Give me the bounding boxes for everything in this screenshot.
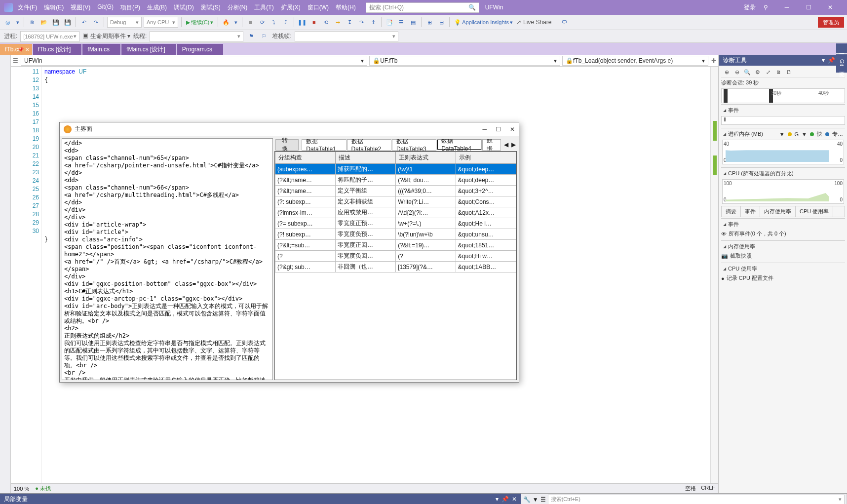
subtab-cpu[interactable]: CPU 使用率 [796, 206, 833, 217]
stackframe-dropdown[interactable]: ▾ [295, 31, 398, 42]
tab-ftb-cs[interactable]: fTb.cs📌 ✕ [0, 44, 32, 55]
memory-snapshot-link[interactable]: 📷 截取快照 [721, 251, 845, 261]
app-insights-button[interactable]: 💡 Application Insights ▾ [453, 18, 514, 27]
redo-icon[interactable]: ↷ [91, 17, 101, 27]
user-icon[interactable]: ⚲ [764, 4, 768, 11]
overview-ruler[interactable] [710, 67, 718, 483]
menu-view[interactable]: 视图(V) [71, 3, 90, 12]
sidetab-git-changes[interactable]: Git 更改 [836, 54, 847, 73]
cpu-lane-head[interactable]: CPU (所有处理器的百分比) [721, 169, 845, 178]
pause-icon[interactable]: ❚❚ [297, 17, 307, 27]
col-header[interactable]: 描述 [336, 152, 396, 164]
zoom-dropdown[interactable]: 100 % [14, 486, 29, 492]
cpu-chart[interactable]: 100100 00 [722, 179, 844, 204]
misc3-icon[interactable]: ▤ [408, 17, 418, 27]
diag-tool5-icon[interactable]: ⤢ [764, 68, 772, 76]
html-source-textbox[interactable]: </dd> <dd> <span class="channel-num">65<… [62, 138, 273, 380]
tab-ftb-design[interactable]: fTb.cs [设计] [33, 44, 82, 55]
events-lane[interactable]: II [721, 116, 845, 125]
stop-icon[interactable]: ⏹ [245, 17, 255, 27]
diag-tool2-icon[interactable]: ⊖ [732, 68, 741, 76]
open-icon[interactable]: 📂 [39, 17, 49, 27]
step-into-icon[interactable]: ↧ [345, 17, 354, 27]
pane-pin-icon[interactable]: 📌 [828, 57, 835, 64]
step-icon[interactable]: ⤵ [269, 17, 279, 27]
misc4-icon[interactable]: ⊞ [424, 17, 434, 27]
split-icon[interactable]: ✚ [709, 57, 718, 64]
window-minimize-button[interactable]: ─ [776, 0, 798, 14]
tabs-scroll-left-icon[interactable]: ◀ [504, 141, 508, 148]
tab-datatable2[interactable]: 数据DataTable2 [347, 139, 391, 151]
dropdown-arrow-icon[interactable]: ▾ [15, 18, 21, 27]
step-out-icon[interactable]: ↥ [368, 17, 378, 27]
thread-dropdown[interactable]: ▾ [150, 31, 243, 42]
tabs-scroll-right-icon[interactable]: ▶ [511, 141, 516, 148]
menu-file[interactable]: 文件(F) [18, 3, 37, 12]
step-over-icon[interactable]: ↷ [356, 17, 366, 27]
menu-ext[interactable]: 扩展(X) [281, 3, 301, 12]
subtab-events[interactable]: 事件 [741, 206, 760, 217]
diag-tool4-icon[interactable]: ⚙ [753, 68, 762, 76]
child-minimize-button[interactable]: ─ [482, 126, 487, 133]
live-share-button[interactable]: ↗ Live Share [516, 19, 551, 26]
tab-datatable1[interactable]: 数据DataTable1 [302, 139, 346, 151]
process-dropdown[interactable]: [168792] UFWin.exe▾ [20, 31, 79, 42]
ex-tool2-icon[interactable]: ▼ [533, 496, 539, 503]
diag-tool1-icon[interactable]: ⊕ [722, 68, 731, 76]
child-maximize-button[interactable]: ☐ [496, 126, 501, 133]
col-header[interactable]: 正则表达式 [396, 152, 456, 164]
table-row[interactable]: (?&lt;name…将匹配的子…(?&lt; dou…&quot;deep… [275, 175, 516, 186]
new-file-icon[interactable]: 🗎 [27, 17, 37, 27]
show-next-icon[interactable]: ➡ [333, 17, 343, 27]
feedback-icon[interactable]: 🗩 [559, 17, 569, 27]
left-dock[interactable] [0, 55, 11, 493]
convert-button[interactable]: 转换 [275, 139, 299, 151]
whitespace-mode[interactable]: 空格 [685, 485, 696, 492]
tab-datatable-more[interactable]: 数据 [482, 139, 501, 151]
tab-fmain-design[interactable]: fMain.cs [设计] [121, 44, 176, 55]
tab-program-cs[interactable]: Program.cs [177, 44, 223, 55]
menu-git[interactable]: Git(G) [97, 3, 114, 12]
pane-pin-icon[interactable]: 📌 [501, 496, 509, 503]
table-row[interactable]: (subexpres…捕获匹配的…(\w)\1&quot;deep… [275, 164, 516, 175]
cpu-record-link[interactable]: ● 记录 CPU 配置文件 [721, 273, 845, 283]
tab-datatable3[interactable]: 数据DataTable3 [392, 139, 436, 151]
type-dropdown[interactable]: 🔒 UF.fTb▾ [369, 56, 560, 66]
project-dropdown[interactable]: UFWin▾ [21, 56, 367, 66]
member-dropdown[interactable]: 🔒 fTb_Load(object sender, EventArgs e)▾ [562, 56, 708, 66]
menu-project[interactable]: 项目(P) [120, 3, 140, 12]
menu-tools[interactable]: 工具(T) [254, 3, 273, 12]
col-header[interactable]: 示例 [456, 152, 516, 164]
global-search-input[interactable]: 搜索 (Ctrl+Q) 🔍 [366, 2, 479, 13]
undo-icon[interactable]: ↶ [79, 17, 89, 27]
events-lane-head[interactable]: 事件 [721, 106, 845, 115]
menu-debug[interactable]: 调试(D) [174, 3, 194, 12]
diag-tool7-icon[interactable]: 🗋 [784, 68, 793, 76]
flag2-icon[interactable]: ⚐ [259, 32, 269, 41]
diag-tool6-icon[interactable]: 🗎 [774, 68, 783, 76]
table-row[interactable]: (?: subexp…定义非捕获组Write(?:Li…&quot;Cons… [275, 196, 516, 207]
platform-dropdown[interactable]: Any CPU▾ [144, 17, 178, 28]
pane-close-icon[interactable]: ✕ [512, 496, 517, 503]
flag-icon[interactable]: ⚑ [246, 32, 256, 41]
table-row[interactable]: (?&gt; sub…非回溯（也…[13579](?&…&quot;1ABB… [275, 262, 516, 272]
stop-debug-icon[interactable]: ■ [309, 17, 319, 27]
child-close-button[interactable]: ✕ [510, 126, 515, 133]
table-row[interactable]: (?&lt;name…定义平衡组(((?&#39;0…&quot;3+2^… [275, 186, 516, 196]
menu-analyze[interactable]: 分析(N) [228, 3, 248, 12]
window-maximize-button[interactable]: ☐ [798, 0, 819, 14]
subtab-summary[interactable]: 摘要 [722, 206, 741, 217]
ex-tool1-icon[interactable]: 🔧 [523, 496, 531, 503]
nav-icon[interactable]: ☰ [11, 57, 20, 64]
menu-window[interactable]: 窗口(W) [308, 3, 329, 12]
memory-chart[interactable]: 4040 00 [722, 140, 844, 164]
config-dropdown[interactable]: Debug▾ [107, 17, 142, 28]
ex-tool3-icon[interactable]: ☰ [540, 496, 546, 503]
login-link[interactable]: 登录 [744, 3, 756, 12]
menu-help[interactable]: 帮助(H) [336, 3, 356, 12]
events-summary[interactable]: 👁 所有事件(0 个，共 0 个) [721, 229, 845, 238]
timeline[interactable]: 30秒 40秒 [721, 88, 845, 103]
restart2-icon[interactable]: ⟲ [321, 17, 331, 27]
save-all-icon[interactable]: 💾 [63, 17, 73, 27]
memory-lane-head[interactable]: 进程内存 (MB) ▼G▼快专… [721, 129, 845, 139]
